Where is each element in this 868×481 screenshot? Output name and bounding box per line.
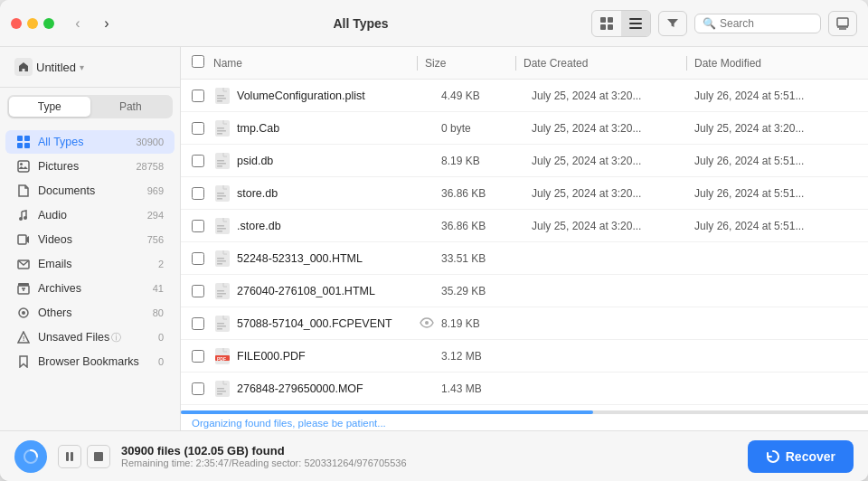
- file-date-modified: July 26, 2024 at 5:51...: [694, 155, 857, 167]
- type-tab[interactable]: Type: [9, 97, 90, 117]
- svg-rect-49: [217, 293, 226, 295]
- sidebar-count-all-types: 30900: [136, 137, 164, 147]
- sidebar-item-audio[interactable]: Audio294: [5, 203, 175, 227]
- pause-button[interactable]: [58, 445, 81, 468]
- table-row[interactable]: tmp.Cab0 byteJuly 25, 2024 at 3:20...Jul…: [181, 112, 868, 145]
- sidebar-count-others: 80: [153, 307, 164, 318]
- file-size: 35.29 KB: [441, 285, 532, 297]
- sidebar-item-pictures[interactable]: Pictures28758: [5, 155, 175, 178]
- svg-rect-16: [18, 235, 26, 244]
- path-tab[interactable]: Path: [90, 97, 172, 117]
- file-name: VolumeConfiguration.plist: [237, 90, 441, 102]
- view-toggle: [591, 10, 651, 37]
- row-checkbox-8[interactable]: [192, 350, 204, 363]
- workspace-icon: [14, 58, 33, 76]
- close-button[interactable]: [11, 18, 22, 29]
- recover-button[interactable]: Recover: [748, 440, 854, 473]
- table-row[interactable]: store.db36.86 KBJuly 25, 2024 at 3:20...…: [181, 177, 868, 210]
- table-row[interactable]: 276848-279650000.MOF1.43 MB: [181, 373, 868, 405]
- workspace-button[interactable]: Untitled ▾: [7, 54, 91, 80]
- sidebar-label-pictures: Pictures: [38, 160, 128, 173]
- row-checkbox-1[interactable]: [192, 122, 204, 135]
- file-date-created: July 25, 2024 at 3:20...: [532, 155, 694, 167]
- svg-rect-26: [217, 100, 222, 102]
- sidebar-item-emails[interactable]: Emails2: [5, 252, 175, 276]
- file-date-created: July 25, 2024 at 3:20...: [532, 90, 694, 102]
- column-date-created-header: Date Created: [524, 57, 686, 70]
- svg-rect-62: [217, 393, 222, 395]
- minimize-button[interactable]: [27, 18, 38, 29]
- sidebar-label-browser-bookmarks: Browser Bookmarks: [38, 355, 151, 368]
- sidebar-item-unsaved-files[interactable]: !Unsaved Filesⓘ0: [5, 325, 175, 349]
- sidebar-list: All Types30900Pictures28758Documents969A…: [0, 126, 180, 430]
- search-box: 🔍: [694, 14, 821, 33]
- sidebar-icon-unsaved-files: !: [16, 330, 31, 344]
- row-checkbox-0[interactable]: [192, 90, 204, 102]
- svg-rect-25: [217, 98, 226, 99]
- sidebar-item-all-types[interactable]: All Types30900: [5, 130, 175, 154]
- svg-text:PDF: PDF: [217, 356, 226, 362]
- file-name: tmp.Cab: [237, 122, 441, 135]
- list-icon: [629, 17, 642, 30]
- sidebar-item-archives[interactable]: Archives41: [5, 277, 175, 300]
- sidebar-count-emails: 2: [158, 259, 164, 269]
- list-view-button[interactable]: [621, 11, 650, 36]
- row-checkbox-6[interactable]: [192, 285, 204, 297]
- sidebar-item-videos[interactable]: Videos756: [5, 228, 175, 251]
- sidebar-label-videos: Videos: [38, 233, 140, 246]
- row-checkbox-7[interactable]: [192, 317, 204, 330]
- svg-rect-61: [217, 391, 226, 392]
- search-icon: 🔍: [703, 17, 716, 30]
- scan-controls: [58, 445, 110, 468]
- sidebar-icon-pictures: [16, 159, 31, 174]
- svg-rect-72: [71, 452, 73, 461]
- status-text: Organizing found files, please be patien…: [181, 414, 868, 430]
- svg-rect-71: [66, 452, 69, 461]
- sidebar-item-documents[interactable]: Documents969: [5, 179, 175, 203]
- scan-spinner-icon: [23, 448, 39, 465]
- back-button[interactable]: ‹: [65, 11, 90, 36]
- table-row[interactable]: psid.db8.19 KBJuly 25, 2024 at 3:20...Ju…: [181, 145, 868, 177]
- search-input[interactable]: [720, 17, 813, 30]
- row-checkbox-5[interactable]: [192, 252, 204, 265]
- filter-button[interactable]: [658, 11, 687, 36]
- table-row[interactable]: VolumeConfiguration.plist4.49 KBJuly 25,…: [181, 80, 868, 112]
- scan-info: 30900 files (102.05 GB) found Remaining …: [121, 444, 737, 468]
- table-row[interactable]: PDF FILE000.PDF3.12 MB: [181, 340, 868, 373]
- grid-view-button[interactable]: [592, 11, 621, 36]
- sidebar-item-others[interactable]: Others80: [5, 301, 175, 325]
- recover-icon: [766, 449, 780, 464]
- file-date-created: July 25, 2024 at 3:20...: [532, 220, 694, 232]
- file-date-modified: July 26, 2024 at 5:51...: [694, 187, 857, 200]
- row-checkbox-4[interactable]: [192, 220, 204, 232]
- table-row[interactable]: 57088-57104_000.FCPEVENT8.19 KB: [181, 307, 868, 340]
- doc-file-icon: [215, 316, 230, 332]
- table-row[interactable]: .store.db36.86 KBJuly 25, 2024 at 3:20..…: [181, 210, 868, 242]
- sidebar-item-browser-bookmarks[interactable]: Browser Bookmarks0: [5, 350, 175, 373]
- select-all-checkbox[interactable]: [192, 55, 204, 68]
- preview-icon[interactable]: [420, 316, 434, 331]
- home-icon: [18, 61, 29, 72]
- file-date-modified: July 26, 2024 at 5:51...: [694, 220, 857, 232]
- maximize-button[interactable]: [43, 18, 54, 29]
- doc-file-icon: [215, 250, 230, 267]
- table-row[interactable]: 276040-276108_001.HTML35.29 KB: [181, 275, 868, 307]
- svg-rect-41: [217, 228, 226, 230]
- row-checkbox-3[interactable]: [192, 187, 204, 200]
- grid-icon: [600, 17, 613, 30]
- table-row[interactable]: 52248-52313_000.HTML33.51 KB: [181, 242, 868, 275]
- doc-file-icon: [215, 218, 230, 234]
- export-button[interactable]: [828, 11, 857, 36]
- doc-file-icon: [215, 185, 230, 202]
- row-checkbox-2[interactable]: [192, 155, 204, 167]
- stop-button[interactable]: [87, 445, 110, 468]
- row-checkbox-9[interactable]: [192, 382, 204, 395]
- svg-point-55: [425, 321, 429, 325]
- sidebar-count-videos: 756: [147, 234, 164, 245]
- sidebar-icon-videos: [16, 232, 31, 247]
- doc-file-icon: [215, 283, 230, 299]
- svg-rect-40: [217, 225, 224, 227]
- forward-button[interactable]: ›: [94, 11, 119, 36]
- filter-icon: [666, 17, 679, 30]
- column-name-header: Name: [213, 57, 417, 70]
